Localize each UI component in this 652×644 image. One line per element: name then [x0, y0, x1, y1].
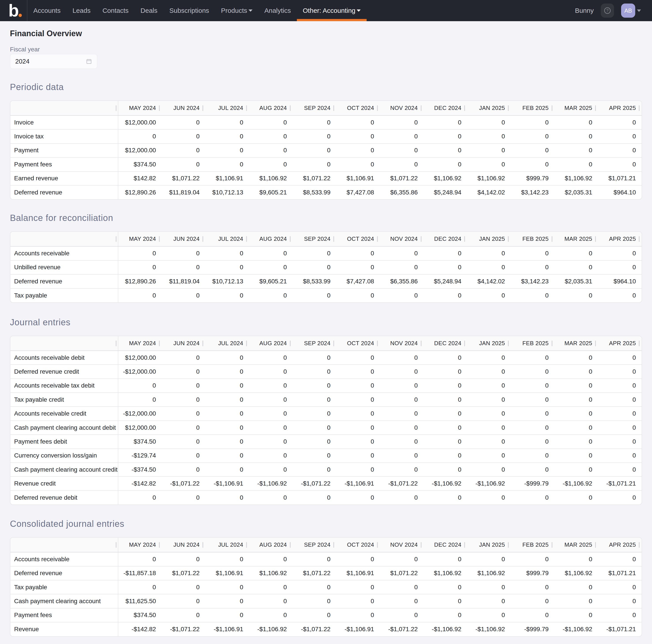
svg-text:?: ?	[606, 8, 608, 13]
